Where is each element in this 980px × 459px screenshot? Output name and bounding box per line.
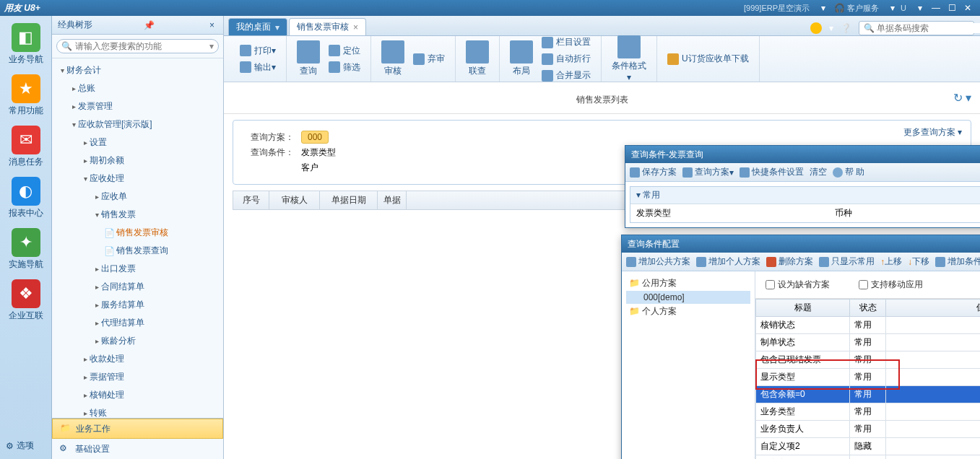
tab-audit[interactable]: 销售发票审核× bbox=[289, 18, 366, 35]
group-header[interactable]: ▾ 常用 bbox=[630, 187, 980, 204]
add-condition-button[interactable]: 增加条件 bbox=[935, 255, 980, 268]
tree-node-agent[interactable]: ▸代理结算单 bbox=[52, 315, 223, 331]
plan-badge[interactable]: 000 bbox=[301, 131, 329, 144]
show-common-button[interactable]: 只显示常用 bbox=[819, 255, 875, 268]
rail-favorites[interactable]: ★常用功能 bbox=[4, 74, 48, 117]
tree-private-plans[interactable]: 📁 个人方案 bbox=[626, 304, 750, 319]
move-up-button[interactable]: ↑ 上移 bbox=[880, 255, 902, 268]
udownload-button[interactable]: U订货应收单下载 bbox=[664, 51, 752, 66]
help-icon[interactable]: ❔ bbox=[841, 23, 851, 33]
save-plan-button[interactable]: 保存方案 bbox=[630, 166, 677, 178]
condition-row[interactable]: 显示类型常用0 bbox=[756, 369, 981, 386]
condition-row[interactable]: 业务类型常用 bbox=[756, 403, 981, 421]
close-icon[interactable]: × bbox=[207, 20, 217, 30]
quick-setup-button[interactable]: 快捷条件设置 bbox=[740, 166, 804, 178]
tree-node-recv-bill[interactable]: ▸应收单 bbox=[52, 189, 223, 204]
col-date[interactable]: 单据日期 bbox=[320, 191, 378, 209]
add-public-button[interactable]: 增加公共方案 bbox=[626, 255, 690, 268]
autowrap-button[interactable]: 自动折行 bbox=[539, 51, 594, 66]
rail-reports[interactable]: ◐报表中心 bbox=[4, 177, 48, 219]
condition-row[interactable]: 电商交易单号常用 bbox=[756, 455, 981, 460]
tree-node-settings[interactable]: ▸设置 bbox=[52, 135, 223, 150]
rail-impl[interactable]: ✦实施导航 bbox=[4, 228, 48, 271]
options-button[interactable]: ⚙选项 bbox=[0, 437, 51, 455]
more-plans-link[interactable]: 更多查询方案 ▾ bbox=[903, 126, 962, 139]
col-value[interactable]: 值 bbox=[886, 300, 981, 317]
rail-messages[interactable]: ✉消息任务 bbox=[4, 126, 48, 168]
tree-node-recv-proc[interactable]: ▾应收处理 bbox=[52, 171, 223, 186]
service-label[interactable]: 客户服务 bbox=[847, 3, 879, 14]
tree-leaf-inv-audit[interactable]: 📄销售发票审核 bbox=[52, 225, 223, 240]
tree-node-export-inv[interactable]: ▸出口发票 bbox=[52, 261, 223, 276]
locate-button[interactable]: 定位 bbox=[326, 43, 363, 58]
condfmt-button[interactable]: 条件格式 ▾ bbox=[609, 34, 649, 84]
col-seq[interactable]: 序号 bbox=[233, 191, 269, 209]
mobile-checkbox[interactable]: 支持移动应用 bbox=[859, 279, 923, 291]
dropdown-icon[interactable]: ▾ bbox=[209, 41, 214, 51]
refresh-icon[interactable]: ↻ ▾ bbox=[953, 91, 971, 105]
tree-node-notes[interactable]: ▸票据管理 bbox=[52, 370, 223, 385]
headset-icon[interactable]: 🎧 bbox=[833, 2, 845, 14]
barcode-search[interactable]: 🔍 bbox=[859, 21, 974, 35]
barcode-input[interactable] bbox=[877, 23, 980, 33]
tree-node-gl[interactable]: ▸总账 bbox=[52, 81, 223, 96]
tree-node-finance[interactable]: ▾财务会计 bbox=[52, 63, 223, 78]
tree-tab-base[interactable]: ⚙基础设置 bbox=[52, 439, 223, 459]
tree-search-input[interactable] bbox=[75, 41, 209, 51]
dialog-titlebar[interactable]: 查询条件配置 × bbox=[622, 235, 980, 253]
col-title[interactable]: 标题 bbox=[756, 300, 850, 317]
col-auditor[interactable]: 审核人 bbox=[269, 191, 320, 209]
output-button[interactable]: 输出 ▾ bbox=[237, 60, 279, 75]
query-button[interactable]: 查询 bbox=[294, 39, 323, 79]
tab-desktop[interactable]: 我的桌面▾ bbox=[228, 18, 287, 35]
add-private-button[interactable]: 增加个人方案 bbox=[696, 255, 760, 268]
dropdown-icon[interactable]: ▾ bbox=[818, 2, 829, 14]
delete-plan-button[interactable]: 删除方案 bbox=[766, 255, 813, 268]
dropdown-icon[interactable]: ▾ bbox=[887, 2, 898, 14]
condition-row[interactable]: 业务负责人常用 bbox=[756, 421, 981, 438]
layout-button[interactable]: 布局 bbox=[507, 39, 536, 79]
tree-tab-biz[interactable]: 📁业务工作 bbox=[52, 419, 223, 439]
default-plan-checkbox[interactable]: 设为缺省方案 bbox=[766, 279, 830, 291]
help-button[interactable]: 帮 助 bbox=[833, 166, 864, 178]
condition-row[interactable]: 核销状态常用 bbox=[756, 317, 981, 334]
close-icon[interactable]: ▾ bbox=[275, 22, 279, 32]
unaudit-button[interactable]: 弃审 bbox=[410, 51, 448, 66]
close-icon[interactable]: × bbox=[353, 22, 358, 32]
tree-node-invoice-mgmt[interactable]: ▸发票管理 bbox=[52, 99, 223, 114]
tree-leaf-inv-query[interactable]: 📄销售发票查询 bbox=[52, 243, 223, 258]
smiley-icon[interactable] bbox=[810, 22, 822, 34]
maximize-icon[interactable]: ☐ bbox=[946, 2, 958, 14]
col-bill[interactable]: 单据 bbox=[378, 191, 407, 209]
move-down-button[interactable]: ↓ 下移 bbox=[908, 255, 929, 268]
tree-node-sales-inv[interactable]: ▾销售发票 bbox=[52, 207, 223, 222]
col-status[interactable]: 状态 bbox=[850, 300, 886, 317]
clear-button[interactable]: 清空 bbox=[810, 166, 827, 178]
tree-node-aging[interactable]: ▸账龄分析 bbox=[52, 333, 223, 349]
condition-row[interactable]: 包含余额=0常用0 bbox=[756, 386, 981, 403]
tree-node-writeoff[interactable]: ▸核销处理 bbox=[52, 388, 223, 403]
print-button[interactable]: 打印 ▾ bbox=[237, 43, 279, 58]
filter-button[interactable]: 筛选 bbox=[326, 60, 363, 75]
tree-node-opening[interactable]: ▸期初余额 bbox=[52, 153, 223, 168]
dropdown-icon[interactable]: ▾ bbox=[829, 23, 833, 33]
link-button[interactable]: 联查 bbox=[463, 39, 492, 79]
query-plan-button[interactable]: 查询方案 ▾ bbox=[682, 166, 734, 178]
minimize-icon[interactable]: — bbox=[930, 2, 942, 14]
dropdown-icon[interactable]: ▾ bbox=[914, 2, 926, 14]
merge-button[interactable]: 合并显示 bbox=[539, 68, 594, 83]
colset-button[interactable]: 栏目设置 bbox=[539, 35, 594, 50]
tree-node-receipt[interactable]: ▸收款处理 bbox=[52, 351, 223, 367]
tree-public-plans[interactable]: 📁 公用方案 bbox=[626, 276, 750, 291]
tree-plan-demo[interactable]: 000[demo] bbox=[626, 291, 750, 304]
condition-row[interactable]: 自定义项2隐藏 bbox=[756, 438, 981, 455]
tree-node-transfer[interactable]: ▸转账 bbox=[52, 406, 223, 418]
rail-enterprise[interactable]: ❖企业互联 bbox=[4, 279, 48, 322]
condition-row[interactable]: 制单状态常用 bbox=[756, 334, 981, 351]
close-icon[interactable]: ✕ bbox=[962, 2, 974, 14]
dialog-titlebar[interactable]: 查询条件-发票查询 × bbox=[625, 146, 980, 163]
audit-button[interactable]: 审核 bbox=[378, 39, 407, 79]
tree-node-contract[interactable]: ▸合同结算单 bbox=[52, 279, 223, 294]
condition-row[interactable]: 包含已现结发票常用 bbox=[756, 351, 981, 369]
tree-node-receivable[interactable]: ▾应收款管理[演示版] bbox=[52, 117, 223, 132]
